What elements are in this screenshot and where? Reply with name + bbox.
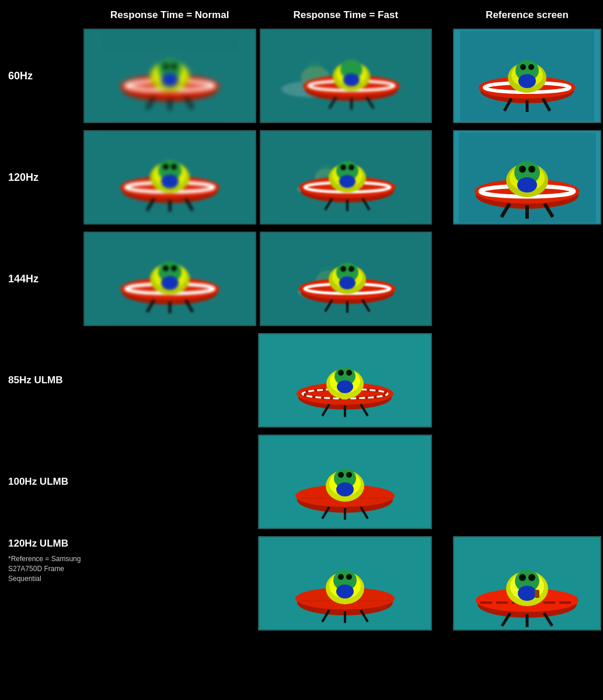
svg-point-199 (528, 166, 535, 173)
header-ref: Reference screen (451, 9, 603, 21)
lbl-100ulmb: 100Hz ULMB (0, 476, 82, 488)
img-120ulmb-ref (451, 534, 603, 632)
img-120ulmb (256, 534, 434, 632)
svg-point-155 (520, 64, 526, 70)
scene-144-normal (83, 232, 256, 326)
svg-point-261 (346, 472, 352, 478)
row-120: 120Hz (0, 128, 603, 226)
svg-point-262 (336, 482, 354, 496)
svg-120-normal (103, 132, 237, 223)
scene-144-fast (260, 232, 433, 326)
full-page: Response Time = Normal Response Time = F… (0, 0, 603, 638)
lbl-120: 120Hz (0, 172, 82, 184)
scene-120ulmb (258, 536, 433, 631)
img-120-fast (258, 128, 434, 226)
lbl-85ulmb: 85Hz ULMB (0, 374, 82, 386)
img-60-fast (258, 27, 434, 125)
svg-point-185 (340, 164, 346, 170)
lbl-144: 144Hz (0, 273, 82, 285)
svg-point-279 (338, 574, 344, 580)
svg-point-260 (338, 472, 344, 478)
img-120-ref (451, 128, 603, 226)
svg-point-242 (346, 370, 352, 376)
svg-120ulmb (278, 538, 412, 629)
svg-144-fast (277, 234, 414, 324)
scene-60-ref (453, 29, 601, 123)
svg-point-198 (519, 166, 526, 173)
img-144-normal (82, 230, 258, 328)
header-fast: Response Time = Fast (258, 9, 434, 21)
svg-point-200 (517, 177, 537, 192)
lbl-120ulmb-wrap: 120Hz ULMB *Reference = Samsung S27A750D… (0, 534, 82, 583)
svg-point-168 (163, 164, 169, 170)
svg-144-normal (103, 234, 237, 324)
row-100ulmb: 100Hz ULMB (0, 433, 603, 531)
svg-point-170 (161, 174, 179, 188)
scene-120-ref (453, 130, 601, 225)
svg-point-130 (161, 73, 179, 87)
svg-point-227 (340, 266, 346, 272)
svg-point-212 (171, 265, 177, 271)
svg-point-169 (171, 164, 177, 170)
lbl-60: 60Hz (0, 70, 82, 82)
svg-point-228 (348, 266, 354, 272)
svg-point-156 (528, 64, 534, 70)
svg-point-299 (518, 586, 536, 601)
svg-point-213 (161, 276, 179, 290)
svg-point-298 (528, 574, 535, 581)
scene-60-normal (83, 29, 256, 123)
svg-point-297 (519, 574, 526, 581)
row-85ulmb: 85Hz ULMB (0, 331, 603, 429)
svg-point-229 (339, 276, 355, 289)
svg-120-ref (459, 132, 596, 223)
svg-100ulmb (278, 437, 412, 527)
scene-120-fast (260, 130, 433, 225)
row-60: 60Hz (0, 27, 603, 125)
header: Response Time = Normal Response Time = F… (0, 0, 603, 27)
svg-120ulmb-ref (460, 538, 594, 629)
img-120-normal (82, 128, 258, 226)
lbl-120ulmb-note: *Reference = Samsung S27A750D Frame Sequ… (8, 554, 82, 583)
svg-point-144 (343, 74, 360, 86)
img-100ulmb (256, 433, 434, 531)
img-60-ref (451, 27, 603, 125)
img-85ulmb (256, 331, 434, 429)
lbl-120ulmb: 120Hz ULMB (8, 538, 82, 550)
svg-120-fast (277, 132, 414, 223)
svg-point-211 (163, 265, 169, 271)
svg-point-137 (306, 62, 324, 78)
header-normal: Response Time = Normal (82, 9, 258, 21)
scene-120-normal (83, 130, 256, 225)
svg-point-281 (336, 584, 354, 598)
scene-60-fast (260, 29, 433, 123)
svg-60-normal (103, 31, 237, 121)
svg-point-187 (339, 175, 355, 188)
svg-point-241 (338, 370, 344, 376)
svg-rect-300 (535, 590, 539, 598)
scene-120ulmb-ref (453, 536, 601, 631)
img-60-normal (82, 27, 258, 125)
row-144: 144Hz (0, 230, 603, 328)
scene-100ulmb (258, 435, 433, 529)
svg-85ulmb (278, 335, 412, 426)
svg-point-280 (346, 574, 352, 580)
svg-point-243 (337, 380, 353, 393)
svg-point-186 (348, 164, 354, 170)
svg-60-fast (276, 31, 416, 121)
scene-85ulmb (258, 333, 433, 428)
svg-point-129 (171, 64, 177, 69)
row-120ulmb: 120Hz ULMB *Reference = Samsung S27A750D… (0, 534, 603, 632)
svg-point-128 (163, 64, 169, 69)
svg-60-ref (460, 31, 594, 121)
img-144-fast (258, 230, 434, 328)
svg-point-157 (518, 74, 536, 88)
